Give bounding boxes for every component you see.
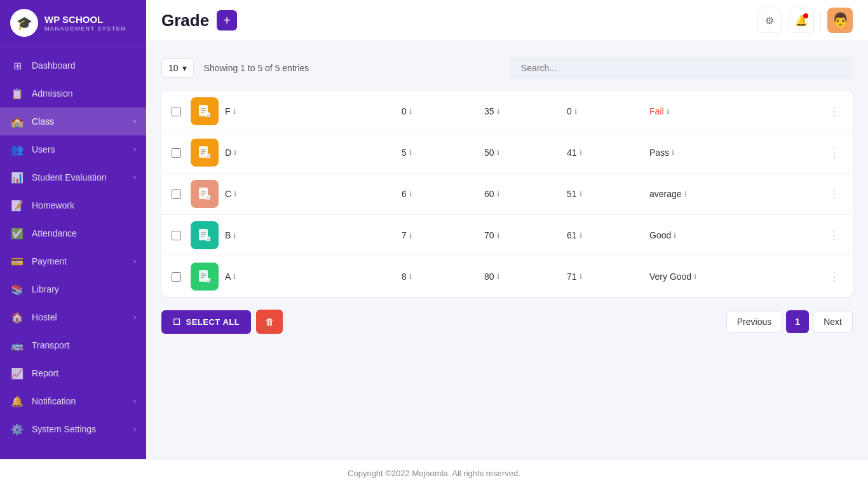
previous-button[interactable]: Previous [726, 311, 782, 333]
row-menu-5[interactable]: ⋮ [826, 271, 843, 282]
info-icon-status-1[interactable]: ℹ [667, 107, 669, 116]
checkbox-2[interactable] [172, 148, 181, 158]
admission-icon: 📋 [10, 86, 24, 100]
info-icon-val3-1[interactable]: ℹ [574, 107, 577, 116]
sidebar-item-system-settings[interactable]: ⚙️ System Settings › [0, 415, 146, 443]
sidebar-item-label: System Settings [32, 424, 96, 434]
gear-icon: ⚙ [765, 15, 774, 27]
student-evaluation-icon: 📊 [10, 170, 24, 184]
sidebar-item-class[interactable]: 🏫 Class › [0, 107, 146, 135]
row-checkbox-2[interactable] [172, 148, 184, 158]
notification-button[interactable]: 🔔 [789, 8, 814, 33]
row-checkbox-4[interactable] [172, 231, 184, 240]
checkbox-5[interactable] [172, 272, 181, 282]
row-menu-2[interactable]: ⋮ [826, 147, 843, 158]
sidebar-item-report[interactable]: 📈 Report [0, 359, 146, 387]
sidebar-item-transport[interactable]: 🚌 Transport [0, 331, 146, 359]
add-grade-button[interactable]: + [217, 10, 237, 31]
info-icon-val1-5[interactable]: ℹ [409, 273, 412, 281]
chevron-right-icon: › [133, 313, 136, 322]
footer-text: Copyright ©2022 Mojoomla. All rights res… [348, 469, 520, 478]
row-menu-4[interactable]: ⋮ [826, 230, 843, 241]
info-icon-name-2[interactable]: ℹ [234, 149, 236, 157]
sidebar-item-hostel[interactable]: 🏠 Hostel › [0, 303, 146, 331]
info-icon-status-4[interactable]: ℹ [674, 231, 676, 240]
entries-info: Showing 1 to 5 of 5 entries [204, 63, 309, 73]
sidebar-item-users[interactable]: 👥 Users › [0, 135, 146, 163]
checkbox-4[interactable] [172, 231, 181, 240]
row-checkbox-3[interactable] [172, 189, 184, 199]
transport-icon: 🚌 [10, 338, 24, 352]
entries-dropdown[interactable]: 10 ▾ [161, 58, 194, 78]
info-icon-val2-4[interactable]: ℹ [497, 231, 499, 240]
current-page-number[interactable]: 1 [786, 310, 809, 333]
checkbox-3[interactable] [172, 189, 181, 199]
row-checkbox-5[interactable] [172, 272, 184, 282]
chevron-right-icon: › [133, 257, 136, 266]
info-icon-status-3[interactable]: ℹ [684, 190, 687, 198]
svg-rect-9 [201, 153, 204, 154]
row-menu-3[interactable]: ⋮ [826, 188, 843, 200]
info-icon-name-1[interactable]: ℹ [233, 107, 236, 116]
info-icon-name-3[interactable]: ℹ [234, 190, 236, 198]
grade-val1-4: 7 ℹ [402, 230, 478, 240]
sidebar-item-homework[interactable]: 📝 Homework [0, 191, 146, 219]
sidebar-nav: ⊞ Dashboard 📋 Admission 🏫 Class › 👥 User… [0, 46, 146, 459]
notification-icon: 🔔 [10, 394, 24, 408]
settings-button[interactable]: ⚙ [757, 8, 782, 33]
info-icon-val1-3[interactable]: ℹ [409, 190, 412, 198]
grade-val3-3: 51 ℹ [567, 189, 643, 199]
info-icon-status-2[interactable]: ℹ [672, 149, 674, 157]
info-icon-val1-1[interactable]: ℹ [409, 107, 412, 116]
next-button[interactable]: Next [813, 311, 853, 333]
svg-rect-26 [201, 275, 206, 277]
search-input[interactable] [510, 57, 853, 79]
delete-button[interactable]: 🗑 [256, 310, 283, 334]
select-all-button[interactable]: ☐ SELECT ALL [161, 310, 251, 334]
grade-icon-2: A+ [191, 139, 219, 167]
info-icon-val3-2[interactable]: ℹ [580, 149, 582, 157]
info-icon-val3-4[interactable]: ℹ [580, 231, 582, 240]
sidebar-item-payment[interactable]: 💳 Payment › [0, 247, 146, 275]
table-row: A+ B ℹ 7 ℹ 70 ℹ 61 ℹ Good ℹ ⋮ [161, 215, 853, 256]
sidebar-item-admission[interactable]: 📋 Admission [0, 79, 146, 107]
sidebar-item-student-evaluation[interactable]: 📊 Student Evaluation › [0, 163, 146, 191]
sidebar-item-library[interactable]: 📚 Library [0, 275, 146, 303]
sidebar-item-label: Report [32, 368, 58, 378]
info-icon-val1-4[interactable]: ℹ [409, 231, 412, 240]
info-icon-name-5[interactable]: ℹ [233, 273, 236, 281]
logo-icon: 🎓 [10, 9, 38, 37]
dashboard-icon: ⊞ [10, 58, 24, 72]
info-icon-val2-2[interactable]: ℹ [497, 149, 499, 157]
info-icon-val3-3[interactable]: ℹ [580, 190, 582, 198]
search-box [510, 57, 853, 79]
info-icon-val3-5[interactable]: ℹ [580, 273, 582, 281]
grade-val2-5: 80 ℹ [484, 271, 560, 282]
grade-val1-5: 8 ℹ [402, 271, 478, 282]
grade-status-2: Pass ℹ [649, 147, 820, 158]
page-title: Grade [161, 11, 209, 31]
info-icon-status-5[interactable]: ℹ [694, 273, 696, 281]
entries-value: 10 [168, 63, 179, 73]
grade-val3-5: 71 ℹ [567, 271, 643, 282]
avatar[interactable]: 👨 [827, 8, 853, 33]
sidebar-item-notification[interactable]: 🔔 Notification › [0, 387, 146, 415]
info-icon-name-4[interactable]: ℹ [233, 231, 236, 240]
svg-rect-7 [201, 149, 206, 151]
sidebar-item-dashboard[interactable]: ⊞ Dashboard [0, 51, 146, 79]
info-icon-val2-3[interactable]: ℹ [497, 190, 499, 198]
info-icon-val1-2[interactable]: ℹ [409, 149, 412, 157]
info-icon-val2-1[interactable]: ℹ [497, 107, 499, 116]
sidebar-item-attendance[interactable]: ✅ Attendance [0, 219, 146, 247]
notification-dot [803, 13, 808, 18]
grade-val2-1: 35 ℹ [484, 106, 560, 116]
sidebar-item-label: Class [32, 116, 54, 127]
bottom-controls: ☐ SELECT ALL 🗑 Previous 1 Next [161, 310, 853, 334]
svg-text:A+: A+ [207, 196, 212, 200]
info-icon-val2-5[interactable]: ℹ [497, 273, 499, 281]
checkbox-icon: ☐ [173, 317, 181, 327]
svg-text:A+: A+ [207, 278, 212, 282]
checkbox-1[interactable] [172, 107, 181, 116]
row-checkbox-1[interactable] [172, 107, 184, 116]
row-menu-1[interactable]: ⋮ [826, 106, 843, 117]
